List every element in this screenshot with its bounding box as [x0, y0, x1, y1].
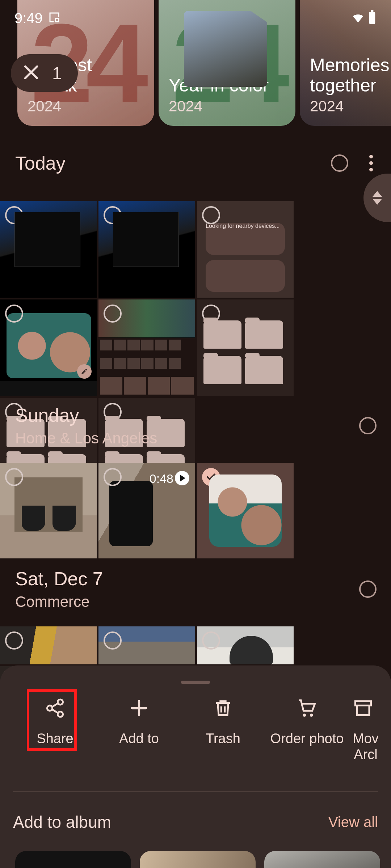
wifi-icon [351, 10, 365, 26]
play-icon [175, 471, 189, 485]
section-subtitle: Commerce [15, 593, 103, 610]
album-thumb[interactable] [140, 851, 256, 868]
section-title: Sat, Dec 7 [15, 568, 103, 590]
section-header-today: Today [15, 152, 377, 174]
sheet-grabber[interactable] [181, 681, 210, 684]
close-icon[interactable] [21, 62, 41, 84]
order-photo-label: Order photo [270, 731, 344, 746]
select-all-today[interactable] [331, 154, 348, 172]
video-duration: 0:48 [150, 472, 173, 486]
album-thumb[interactable] [15, 851, 131, 868]
photo-thumb[interactable]: Looking for nearby devices... [197, 201, 294, 298]
photo-thumb[interactable] [0, 463, 97, 558]
photo-thumb[interactable] [98, 201, 195, 298]
status-bar: 9:49 [0, 0, 391, 36]
view-all-button[interactable]: View all [328, 814, 378, 830]
cast-icon [48, 11, 61, 25]
plus-icon [129, 698, 150, 719]
order-photo-button[interactable]: Order photo [265, 698, 349, 762]
section-header-sat: Sat, Dec 7 Commerce [15, 568, 377, 610]
archive-icon [353, 698, 374, 719]
memory-year: 2024 [28, 98, 144, 115]
chevron-down-icon [373, 199, 382, 205]
add-to-button[interactable]: Add to [97, 698, 181, 762]
section-header-sunday: Sunday Home & Los Angeles [15, 404, 377, 447]
battery-icon [368, 10, 377, 26]
photo-thumb[interactable] [98, 299, 195, 396]
memory-year: 2024 [310, 98, 391, 115]
photo-thumb[interactable] [0, 626, 97, 664]
memory-title: Year in color [169, 75, 285, 95]
selection-count: 1 [52, 63, 62, 83]
album-carousel[interactable] [15, 851, 391, 868]
add-to-label: Add to [119, 731, 159, 746]
trash-label: Trash [206, 731, 240, 746]
svg-rect-0 [369, 12, 375, 24]
svg-point-6 [310, 714, 313, 717]
grid-today: Looking for nearby devices... [0, 201, 391, 494]
photo-thumb-selected[interactable] [197, 463, 294, 558]
section-title: Today [15, 152, 66, 174]
trash-button[interactable]: Trash [181, 698, 265, 762]
photo-thumb[interactable] [0, 201, 97, 298]
chevron-up-icon [373, 191, 382, 197]
overflow-icon[interactable] [366, 152, 377, 174]
section-subtitle: Home & Los Angeles [15, 430, 157, 447]
nearby-banner: Looking for nearby devices... [206, 223, 285, 255]
select-all-sat[interactable] [359, 580, 377, 598]
edit-icon [77, 364, 92, 379]
trash-icon [213, 698, 234, 719]
video-thumb[interactable]: 0:48 [98, 463, 195, 558]
action-sheet: Share Add to Trash Order photo [0, 665, 391, 868]
tutorial-highlight [27, 689, 77, 751]
add-to-album-title: Add to album [13, 812, 111, 832]
svg-point-5 [303, 714, 306, 717]
album-thumb[interactable] [264, 851, 380, 868]
photo-thumb[interactable] [197, 626, 294, 664]
photo-thumb[interactable] [197, 299, 294, 396]
photo-thumb[interactable] [98, 626, 195, 664]
move-to-archive-button[interactable]: MovArcl [349, 698, 378, 762]
section-title: Sunday [15, 404, 157, 426]
grid-sunday: 0:48 [0, 463, 391, 558]
archive-label: MovArcl [353, 731, 378, 762]
cart-icon [297, 698, 318, 719]
svg-rect-7 [355, 701, 371, 706]
svg-rect-1 [371, 10, 374, 12]
selection-bar: 1 [11, 54, 78, 92]
status-time: 9:49 [14, 10, 43, 26]
memory-year: 2024 [169, 98, 285, 115]
select-all-sunday[interactable] [359, 417, 377, 434]
memory-title: Memories together [310, 55, 391, 95]
photo-thumb[interactable] [0, 299, 97, 396]
sheet-divider [13, 791, 378, 792]
